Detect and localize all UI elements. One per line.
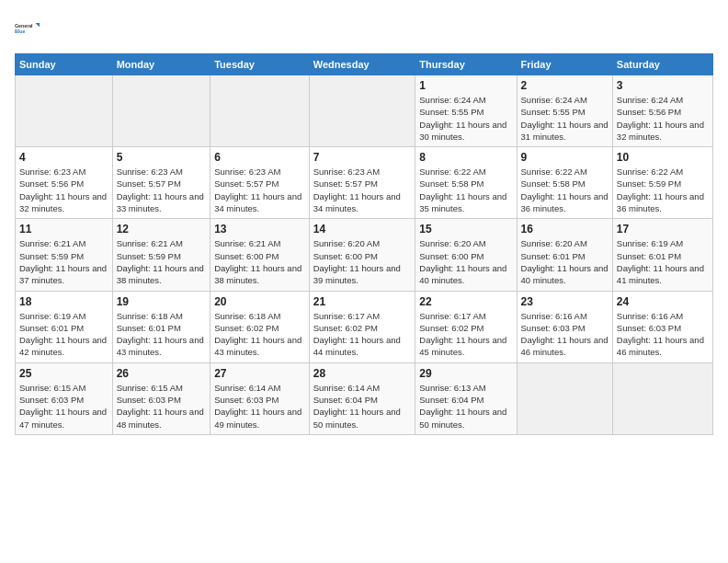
calendar-cell — [517, 362, 612, 434]
day-number: 11 — [19, 223, 108, 236]
day-info: Sunrise: 6:21 AMSunset: 6:00 PMDaylight:… — [214, 237, 305, 286]
day-number: 2 — [521, 79, 609, 92]
day-info: Sunrise: 6:16 AMSunset: 6:03 PMDaylight:… — [617, 310, 709, 359]
calendar-cell: 7Sunrise: 6:23 AMSunset: 5:57 PMDaylight… — [309, 147, 415, 219]
day-number: 15 — [419, 223, 512, 236]
day-number: 20 — [214, 295, 305, 308]
day-number: 1 — [419, 79, 512, 92]
calendar-cell — [112, 75, 210, 147]
day-info: Sunrise: 6:23 AMSunset: 5:57 PMDaylight:… — [117, 166, 207, 214]
calendar-cell: 24Sunrise: 6:16 AMSunset: 6:03 PMDayligh… — [612, 291, 712, 362]
calendar-cell: 3Sunrise: 6:24 AMSunset: 5:56 PMDaylight… — [612, 75, 712, 147]
calendar-cell: 17Sunrise: 6:19 AMSunset: 6:01 PMDayligh… — [612, 219, 712, 291]
header: GeneralBlue — [15, 15, 713, 42]
day-info: Sunrise: 6:17 AMSunset: 6:02 PMDaylight:… — [419, 310, 512, 359]
day-info: Sunrise: 6:17 AMSunset: 6:02 PMDaylight:… — [313, 310, 412, 359]
calendar-cell: 5Sunrise: 6:23 AMSunset: 5:57 PMDaylight… — [112, 147, 210, 219]
calendar-cell: 19Sunrise: 6:18 AMSunset: 6:01 PMDayligh… — [112, 291, 210, 362]
calendar-cell: 2Sunrise: 6:24 AMSunset: 5:55 PMDaylight… — [517, 75, 612, 147]
day-number: 14 — [313, 223, 412, 236]
day-number: 21 — [313, 295, 412, 308]
day-number: 10 — [617, 151, 709, 164]
calendar-cell: 6Sunrise: 6:23 AMSunset: 5:57 PMDaylight… — [210, 147, 310, 219]
calendar-cell: 27Sunrise: 6:14 AMSunset: 6:03 PMDayligh… — [210, 362, 310, 434]
calendar-cell: 25Sunrise: 6:15 AMSunset: 6:03 PMDayligh… — [16, 362, 113, 434]
day-number: 25 — [19, 367, 108, 380]
day-number: 3 — [617, 79, 709, 92]
day-number: 29 — [419, 367, 512, 380]
calendar-cell — [210, 75, 310, 147]
logo: GeneralBlue — [15, 15, 42, 42]
calendar-cell: 9Sunrise: 6:22 AMSunset: 5:58 PMDaylight… — [517, 147, 612, 219]
calendar-cell — [309, 75, 415, 147]
calendar-cell: 8Sunrise: 6:22 AMSunset: 5:58 PMDaylight… — [415, 147, 517, 219]
day-info: Sunrise: 6:15 AMSunset: 6:03 PMDaylight:… — [19, 382, 108, 431]
day-number: 4 — [19, 151, 108, 164]
day-number: 17 — [617, 223, 709, 236]
day-number: 26 — [117, 367, 207, 380]
svg-text:Blue: Blue — [15, 29, 25, 34]
day-number: 19 — [117, 295, 207, 308]
day-info: Sunrise: 6:21 AMSunset: 5:59 PMDaylight:… — [19, 237, 108, 286]
calendar-cell: 28Sunrise: 6:14 AMSunset: 6:04 PMDayligh… — [309, 362, 415, 434]
weekday-header: Saturday — [612, 54, 712, 75]
calendar-cell: 1Sunrise: 6:24 AMSunset: 5:55 PMDaylight… — [415, 75, 517, 147]
day-info: Sunrise: 6:24 AMSunset: 5:55 PMDaylight:… — [521, 94, 609, 143]
day-info: Sunrise: 6:20 AMSunset: 6:00 PMDaylight:… — [313, 237, 412, 286]
day-info: Sunrise: 6:23 AMSunset: 5:57 PMDaylight:… — [214, 166, 305, 214]
weekday-header: Monday — [112, 54, 210, 75]
weekday-header: Thursday — [415, 54, 517, 75]
calendar-cell: 13Sunrise: 6:21 AMSunset: 6:00 PMDayligh… — [210, 219, 310, 291]
calendar-cell: 12Sunrise: 6:21 AMSunset: 5:59 PMDayligh… — [112, 219, 210, 291]
day-number: 16 — [521, 223, 609, 236]
calendar-cell: 10Sunrise: 6:22 AMSunset: 5:59 PMDayligh… — [612, 147, 712, 219]
calendar-cell: 4Sunrise: 6:23 AMSunset: 5:56 PMDaylight… — [16, 147, 113, 219]
day-number: 28 — [313, 367, 412, 380]
day-number: 7 — [313, 151, 412, 164]
svg-text:General: General — [15, 23, 33, 29]
calendar-cell: 20Sunrise: 6:18 AMSunset: 6:02 PMDayligh… — [210, 291, 310, 362]
calendar-cell: 15Sunrise: 6:20 AMSunset: 6:00 PMDayligh… — [415, 219, 517, 291]
day-info: Sunrise: 6:15 AMSunset: 6:03 PMDaylight:… — [117, 382, 207, 431]
day-info: Sunrise: 6:21 AMSunset: 5:59 PMDaylight:… — [117, 237, 207, 286]
calendar-cell: 16Sunrise: 6:20 AMSunset: 6:01 PMDayligh… — [517, 219, 612, 291]
day-info: Sunrise: 6:16 AMSunset: 6:03 PMDaylight:… — [521, 310, 609, 359]
day-number: 6 — [214, 151, 305, 164]
day-info: Sunrise: 6:14 AMSunset: 6:03 PMDaylight:… — [214, 382, 305, 431]
day-info: Sunrise: 6:19 AMSunset: 6:01 PMDaylight:… — [617, 237, 709, 286]
weekday-header: Tuesday — [210, 54, 310, 75]
day-info: Sunrise: 6:20 AMSunset: 6:00 PMDaylight:… — [419, 237, 512, 286]
calendar-cell: 26Sunrise: 6:15 AMSunset: 6:03 PMDayligh… — [112, 362, 210, 434]
day-number: 27 — [214, 367, 305, 380]
day-info: Sunrise: 6:24 AMSunset: 5:55 PMDaylight:… — [419, 94, 512, 143]
calendar-cell: 14Sunrise: 6:20 AMSunset: 6:00 PMDayligh… — [309, 219, 415, 291]
day-info: Sunrise: 6:13 AMSunset: 6:04 PMDaylight:… — [419, 382, 512, 431]
day-info: Sunrise: 6:14 AMSunset: 6:04 PMDaylight:… — [313, 382, 412, 431]
day-info: Sunrise: 6:23 AMSunset: 5:56 PMDaylight:… — [19, 166, 108, 214]
day-info: Sunrise: 6:20 AMSunset: 6:01 PMDaylight:… — [521, 237, 609, 286]
weekday-header: Sunday — [16, 54, 113, 75]
day-number: 23 — [521, 295, 609, 308]
day-number: 5 — [117, 151, 207, 164]
day-info: Sunrise: 6:18 AMSunset: 6:01 PMDaylight:… — [117, 310, 207, 359]
day-info: Sunrise: 6:22 AMSunset: 5:58 PMDaylight:… — [521, 166, 609, 214]
calendar-cell: 11Sunrise: 6:21 AMSunset: 5:59 PMDayligh… — [16, 219, 113, 291]
day-info: Sunrise: 6:19 AMSunset: 6:01 PMDaylight:… — [19, 310, 108, 359]
day-info: Sunrise: 6:23 AMSunset: 5:57 PMDaylight:… — [313, 166, 412, 214]
calendar-cell: 21Sunrise: 6:17 AMSunset: 6:02 PMDayligh… — [309, 291, 415, 362]
calendar-cell: 23Sunrise: 6:16 AMSunset: 6:03 PMDayligh… — [517, 291, 612, 362]
day-info: Sunrise: 6:22 AMSunset: 5:58 PMDaylight:… — [419, 166, 512, 214]
day-info: Sunrise: 6:24 AMSunset: 5:56 PMDaylight:… — [617, 94, 709, 143]
calendar-cell: 29Sunrise: 6:13 AMSunset: 6:04 PMDayligh… — [415, 362, 517, 434]
day-info: Sunrise: 6:18 AMSunset: 6:02 PMDaylight:… — [214, 310, 305, 359]
calendar-cell — [16, 75, 113, 147]
weekday-header: Friday — [517, 54, 612, 75]
calendar-cell: 22Sunrise: 6:17 AMSunset: 6:02 PMDayligh… — [415, 291, 517, 362]
day-number: 18 — [19, 295, 108, 308]
weekday-header: Wednesday — [309, 54, 415, 75]
calendar-cell — [612, 362, 712, 434]
day-number: 8 — [419, 151, 512, 164]
day-number: 13 — [214, 223, 305, 236]
day-number: 9 — [521, 151, 609, 164]
day-number: 22 — [419, 295, 512, 308]
